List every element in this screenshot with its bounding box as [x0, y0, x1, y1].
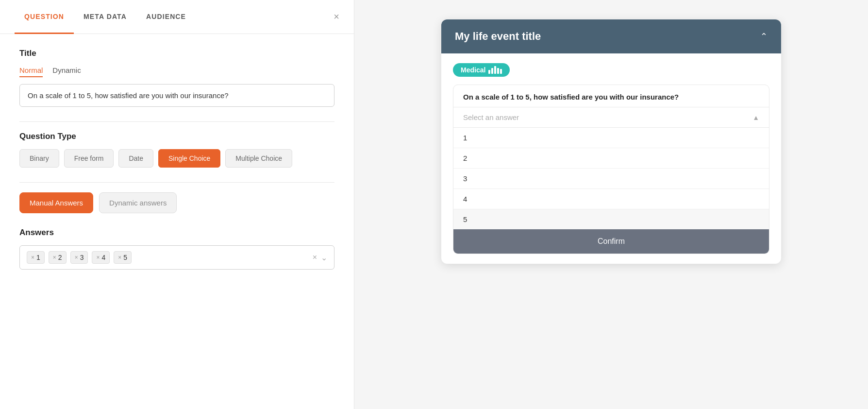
type-btn-freeform[interactable]: Free form — [64, 149, 114, 168]
tag-5[interactable]: × 5 — [114, 251, 132, 264]
preview-card: My life event title ⌃ Medical On a scale… — [441, 19, 781, 264]
question-card: On a scale of 1 to 5, how satisfied are … — [453, 85, 769, 254]
clear-all-icon[interactable]: × — [313, 253, 317, 262]
tag-4[interactable]: × 4 — [92, 251, 110, 264]
content-area: Title Normal Dynamic Question Type Binar… — [0, 34, 354, 294]
answers-section: Answers × 1 × 2 × 3 × 4 × 5 × ⌄ — [19, 228, 334, 270]
answers-actions: × ⌄ — [313, 253, 327, 262]
answer-mode-manual[interactable]: Manual Answers — [19, 192, 93, 213]
title-section: Title Normal Dynamic — [19, 49, 334, 107]
dropdown-item-1[interactable]: 1 — [453, 128, 769, 148]
answers-tags: × 1 × 2 × 3 × 4 × 5 — [27, 251, 132, 264]
answer-mode-buttons: Manual Answers Dynamic answers — [19, 192, 334, 213]
tab-normal[interactable]: Normal — [19, 66, 43, 77]
right-panel: My life event title ⌃ Medical On a scale… — [354, 0, 868, 409]
type-btn-date[interactable]: Date — [118, 149, 153, 168]
type-btn-binary[interactable]: Binary — [19, 149, 59, 168]
dropdown-list: 1 2 3 4 5 — [453, 127, 769, 229]
confirm-button[interactable]: Confirm — [453, 229, 769, 254]
title-label: Title — [19, 49, 334, 58]
answers-label: Answers — [19, 228, 334, 238]
question-type-section: Question Type Binary Free form Date Sing… — [19, 132, 334, 168]
tag-2[interactable]: × 2 — [49, 251, 67, 264]
preview-question-text: On a scale of 1 to 5, how satisfied are … — [453, 85, 769, 107]
tab-metadata[interactable]: META DATA — [74, 0, 136, 34]
type-btn-singlechoice[interactable]: Single Choice — [158, 149, 220, 168]
title-tabs: Normal Dynamic — [19, 66, 334, 77]
badge-label: Medical — [461, 66, 485, 74]
remove-tag-5[interactable]: × — [118, 254, 121, 261]
answers-input-box: × 1 × 2 × 3 × 4 × 5 × ⌄ — [19, 245, 334, 270]
left-panel: QUESTION META DATA AUDIENCE × Title Norm… — [0, 0, 354, 409]
dropdown-item-2[interactable]: 2 — [453, 148, 769, 169]
tab-bar: QUESTION META DATA AUDIENCE × — [0, 0, 354, 34]
remove-tag-1[interactable]: × — [31, 254, 34, 261]
preview-header: My life event title ⌃ — [441, 19, 781, 53]
preview-body: Medical On a scale of 1 to 5, how satisf… — [441, 53, 781, 264]
select-bar[interactable]: Select an answer ▲ — [453, 107, 769, 127]
select-placeholder: Select an answer — [463, 113, 519, 121]
dropdown-item-4[interactable]: 4 — [453, 189, 769, 209]
dropdown-item-3[interactable]: 3 — [453, 169, 769, 189]
expand-icon[interactable]: ⌄ — [321, 253, 327, 262]
remove-tag-3[interactable]: × — [75, 254, 78, 261]
question-type-label: Question Type — [19, 132, 334, 141]
dropdown-arrow-icon: ▲ — [752, 114, 759, 121]
title-input[interactable] — [19, 84, 334, 107]
close-button[interactable]: × — [334, 11, 339, 22]
tab-question[interactable]: QUESTION — [15, 0, 74, 34]
tab-dynamic[interactable]: Dynamic — [52, 66, 81, 77]
collapse-chevron-icon[interactable]: ⌃ — [760, 31, 768, 42]
medical-badge: Medical — [453, 63, 510, 77]
preview-title: My life event title — [455, 30, 541, 43]
divider-1 — [19, 121, 334, 122]
tag-3[interactable]: × 3 — [70, 251, 88, 264]
answer-mode-section: Manual Answers Dynamic answers — [19, 192, 334, 213]
answer-mode-dynamic[interactable]: Dynamic answers — [99, 192, 177, 213]
remove-tag-4[interactable]: × — [96, 254, 100, 261]
dropdown-item-5[interactable]: 5 — [453, 209, 769, 229]
bar-chart-icon — [488, 66, 502, 74]
tab-audience[interactable]: AUDIENCE — [136, 0, 196, 34]
divider-2 — [19, 182, 334, 183]
question-type-buttons: Binary Free form Date Single Choice Mult… — [19, 149, 334, 168]
type-btn-multiplechoice[interactable]: Multiple Choice — [225, 149, 292, 168]
remove-tag-2[interactable]: × — [53, 254, 56, 261]
tag-1[interactable]: × 1 — [27, 251, 45, 264]
